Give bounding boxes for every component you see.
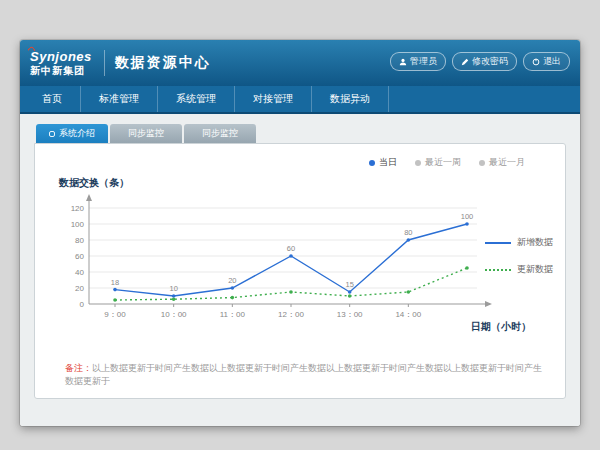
filter-label: 最近一月 bbox=[489, 156, 525, 169]
tab-sync-monitor-1[interactable]: 同步监控 bbox=[110, 124, 182, 143]
tab-label: 同步监控 bbox=[128, 127, 164, 140]
note-text: 以上数据更新于时间产生数据以上数据更新于时间产生数据以上数据更新于时间产生数据以… bbox=[65, 363, 542, 386]
note-label: 备注： bbox=[65, 363, 92, 373]
tabs-row: 系统介绍 同步监控 同步监控 bbox=[34, 124, 566, 143]
svg-text:12：00: 12：00 bbox=[278, 310, 304, 319]
logo-company-name: 新中新集团 bbox=[30, 66, 92, 76]
nav-item-data-changes[interactable]: 数据异动 bbox=[312, 86, 389, 112]
user-icon bbox=[399, 58, 407, 66]
filter-item-2[interactable]: 最近一月 bbox=[479, 156, 525, 169]
legend-dot-icon bbox=[369, 160, 375, 166]
nav-item-standard-mgmt[interactable]: 标准管理 bbox=[81, 86, 158, 112]
logout-button[interactable]: 退出 bbox=[523, 52, 570, 71]
nav-item-home[interactable]: 首页 bbox=[24, 86, 81, 112]
svg-text:80: 80 bbox=[75, 236, 84, 245]
svg-text:60: 60 bbox=[75, 252, 84, 261]
logout-label: 退出 bbox=[543, 55, 561, 68]
change-password-label: 修改密码 bbox=[472, 55, 508, 68]
nav-item-system-mgmt[interactable]: 系统管理 bbox=[158, 86, 235, 112]
user-label: 管理员 bbox=[410, 55, 437, 68]
svg-text:80: 80 bbox=[404, 228, 412, 237]
y-axis-title: 数据交换（条） bbox=[59, 176, 129, 190]
header-actions: 管理员 修改密码 退出 bbox=[390, 52, 570, 71]
app-window: Synjones 新中新集团 数据资源中心 管理员 修改密码 bbox=[20, 40, 580, 426]
filter-label: 最近一周 bbox=[425, 156, 461, 169]
tab-system-intro[interactable]: 系统介绍 bbox=[36, 124, 108, 143]
filter-label: 当日 bbox=[379, 156, 397, 169]
tab-sync-monitor-2[interactable]: 同步监控 bbox=[184, 124, 256, 143]
content-area: 系统介绍 同步监控 同步监控 当日最近一周最近一月 数据交换（条） 020406… bbox=[20, 114, 580, 424]
tab-icon bbox=[49, 131, 55, 137]
header-divider bbox=[104, 50, 105, 76]
svg-text:14：00: 14：00 bbox=[395, 310, 421, 319]
svg-text:9：00: 9：00 bbox=[104, 310, 126, 319]
series-legend-item-0[interactable]: 新增数据 bbox=[485, 236, 553, 249]
filter-item-1[interactable]: 最近一周 bbox=[415, 156, 461, 169]
window-footer bbox=[20, 424, 580, 426]
svg-text:0: 0 bbox=[80, 300, 85, 309]
company-logo: Synjones 新中新集团 bbox=[30, 50, 92, 76]
svg-text:100: 100 bbox=[461, 212, 474, 221]
change-password-button[interactable]: 修改密码 bbox=[452, 52, 517, 71]
main-navbar: 首页 标准管理 系统管理 对接管理 数据异动 bbox=[20, 86, 580, 114]
page-title: 数据资源中心 bbox=[115, 54, 211, 72]
pencil-icon bbox=[461, 58, 469, 66]
legend-line-icon bbox=[485, 269, 511, 271]
chart-wrap: 0204060801001209：0010：0011：0012：0013：001… bbox=[49, 192, 509, 342]
x-axis-title: 日期（小时） bbox=[471, 320, 531, 334]
svg-text:120: 120 bbox=[71, 204, 85, 213]
series-label: 更新数据 bbox=[517, 263, 553, 276]
series-label: 新增数据 bbox=[517, 236, 553, 249]
filter-item-0[interactable]: 当日 bbox=[369, 156, 397, 169]
nav-item-connection-mgmt[interactable]: 对接管理 bbox=[235, 86, 312, 112]
user-button[interactable]: 管理员 bbox=[390, 52, 446, 71]
footer-note: 备注：以上数据更新于时间产生数据以上数据更新于时间产生数据以上数据更新于时间产生… bbox=[65, 362, 545, 388]
legend-dot-icon bbox=[415, 160, 421, 166]
chart-panel: 当日最近一周最近一月 数据交换（条） 0204060801001209：0010… bbox=[34, 143, 566, 399]
svg-text:10: 10 bbox=[169, 284, 177, 293]
series-legend: 新增数据更新数据 bbox=[485, 236, 553, 276]
svg-text:15: 15 bbox=[345, 280, 353, 289]
line-chart: 0204060801001209：0010：0011：0012：0013：001… bbox=[49, 192, 509, 342]
tab-label: 系统介绍 bbox=[59, 127, 95, 140]
svg-text:20: 20 bbox=[228, 276, 236, 285]
legend-dot-icon bbox=[479, 160, 485, 166]
svg-text:13：00: 13：00 bbox=[337, 310, 363, 319]
svg-text:11：00: 11：00 bbox=[220, 310, 246, 319]
svg-text:18: 18 bbox=[111, 278, 119, 287]
logo-brand-text: Synjones bbox=[30, 50, 92, 63]
svg-text:20: 20 bbox=[75, 284, 84, 293]
tab-label: 同步监控 bbox=[202, 127, 238, 140]
svg-text:40: 40 bbox=[75, 268, 84, 277]
svg-text:60: 60 bbox=[287, 244, 295, 253]
legend-line-icon bbox=[485, 242, 511, 244]
svg-text:100: 100 bbox=[71, 220, 85, 229]
time-range-filter: 当日最近一周最近一月 bbox=[369, 156, 525, 169]
series-legend-item-1[interactable]: 更新数据 bbox=[485, 263, 553, 276]
svg-text:10：00: 10：00 bbox=[161, 310, 187, 319]
app-header: Synjones 新中新集团 数据资源中心 管理员 修改密码 bbox=[20, 40, 580, 86]
power-icon bbox=[532, 58, 540, 66]
